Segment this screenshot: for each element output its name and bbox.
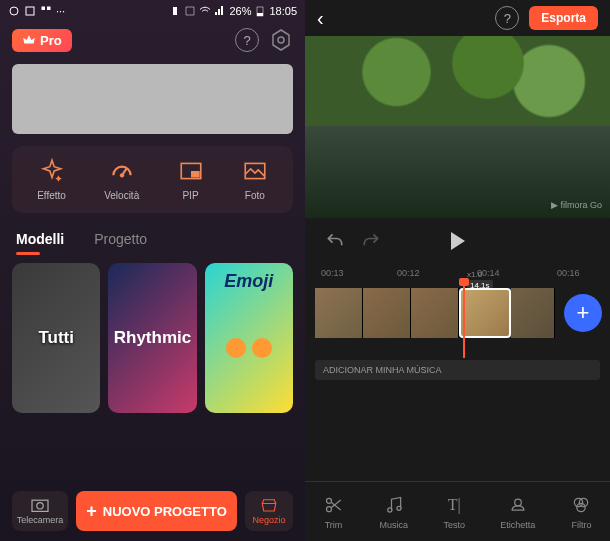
banner-placeholder[interactable]	[12, 64, 293, 134]
template-all[interactable]: Tutti	[12, 263, 100, 413]
template-rhythmic[interactable]: Rhythmic	[108, 263, 196, 413]
settings-button[interactable]	[269, 28, 293, 52]
svg-point-15	[326, 498, 331, 503]
camera-button[interactable]: Telecamera	[12, 491, 68, 531]
camera-status-icon	[8, 5, 20, 17]
sparkle-icon	[39, 158, 65, 184]
speed-tool[interactable]: Velocità	[104, 158, 139, 201]
clip[interactable]	[363, 288, 411, 338]
svg-rect-2	[42, 7, 46, 11]
pip-icon	[178, 158, 204, 184]
text-icon: T|	[443, 494, 465, 516]
trim-tool[interactable]: Trim	[323, 494, 345, 530]
gear-icon	[269, 28, 293, 52]
label-tool[interactable]: Etichetta	[500, 494, 535, 530]
svg-point-14	[37, 503, 43, 509]
svg-rect-11	[191, 171, 200, 178]
signal-icon	[214, 5, 226, 17]
shop-button[interactable]: Negozio	[245, 491, 293, 531]
tab-models[interactable]: Modelli	[16, 225, 64, 253]
crown-icon	[22, 33, 36, 47]
svg-line-9	[122, 169, 126, 176]
tab-project[interactable]: Progetto	[94, 225, 147, 253]
wifi-icon	[199, 5, 211, 17]
add-clip-button[interactable]: +	[564, 294, 602, 332]
help-button[interactable]: ?	[495, 6, 519, 30]
svg-point-21	[514, 499, 521, 506]
camera-icon	[30, 497, 50, 513]
new-project-button[interactable]: + NUOVO PROGETTO	[76, 491, 237, 531]
add-music-track[interactable]: ADICIONAR MINHA MÚSICA	[315, 360, 600, 380]
music-tool[interactable]: Musica	[380, 494, 409, 530]
photo-icon	[242, 158, 268, 184]
music-icon	[384, 495, 404, 515]
status-bar: ··· 26% 18:05	[0, 0, 305, 22]
filter-icon	[571, 495, 591, 515]
image-status-icon	[24, 5, 36, 17]
text-tool[interactable]: T| Testo	[443, 494, 465, 530]
svg-rect-13	[32, 500, 48, 511]
video-preview[interactable]: ▶ filmora Go	[305, 36, 610, 218]
clip[interactable]	[315, 288, 363, 338]
battery-percent: 26%	[229, 5, 251, 17]
svg-point-23	[580, 498, 588, 506]
pip-tool[interactable]: PIP	[178, 158, 204, 201]
svg-point-0	[10, 7, 18, 15]
svg-point-16	[326, 506, 331, 511]
vibrate-icon	[169, 5, 181, 17]
template-emoji[interactable]: Emoji	[205, 263, 293, 413]
time-ruler[interactable]: 00:13 00:12 00:14 00:16	[305, 264, 610, 282]
export-button[interactable]: Esporta	[529, 6, 598, 30]
battery-icon	[254, 5, 266, 17]
effect-tool[interactable]: Effetto	[37, 158, 66, 201]
help-button[interactable]: ?	[235, 28, 259, 52]
svg-rect-1	[26, 7, 34, 15]
tools-row: Effetto Velocità PIP Foto	[12, 146, 293, 213]
clip[interactable]	[511, 288, 555, 338]
scissors-icon	[324, 495, 344, 515]
plus-icon: +	[86, 501, 97, 522]
pro-badge[interactable]: Pro	[12, 29, 72, 52]
filter-tool[interactable]: Filtro	[570, 494, 592, 530]
nfc-icon	[184, 5, 196, 17]
svg-rect-6	[257, 13, 263, 16]
svg-point-20	[397, 506, 401, 510]
svg-rect-4	[173, 7, 177, 15]
watermark: ▶ filmora Go	[551, 200, 602, 210]
playhead[interactable]	[463, 282, 465, 358]
svg-rect-3	[47, 7, 51, 11]
clip-selected[interactable]	[459, 288, 511, 338]
clip[interactable]	[411, 288, 459, 338]
svg-point-7	[278, 37, 284, 43]
tag-icon	[508, 495, 528, 515]
gauge-icon	[109, 158, 135, 184]
back-button[interactable]: ‹	[317, 7, 324, 30]
photo-tool[interactable]: Foto	[242, 158, 268, 201]
timeline[interactable]: x1.0 14.1s +	[305, 282, 610, 358]
undo-button[interactable]	[325, 231, 345, 251]
shop-icon	[260, 497, 278, 513]
clock: 18:05	[269, 5, 297, 17]
apps-status-icon	[40, 5, 52, 17]
svg-point-24	[577, 503, 585, 511]
redo-button[interactable]	[361, 231, 381, 251]
zoom-level: x1.0	[467, 270, 482, 279]
play-button[interactable]	[451, 232, 465, 250]
